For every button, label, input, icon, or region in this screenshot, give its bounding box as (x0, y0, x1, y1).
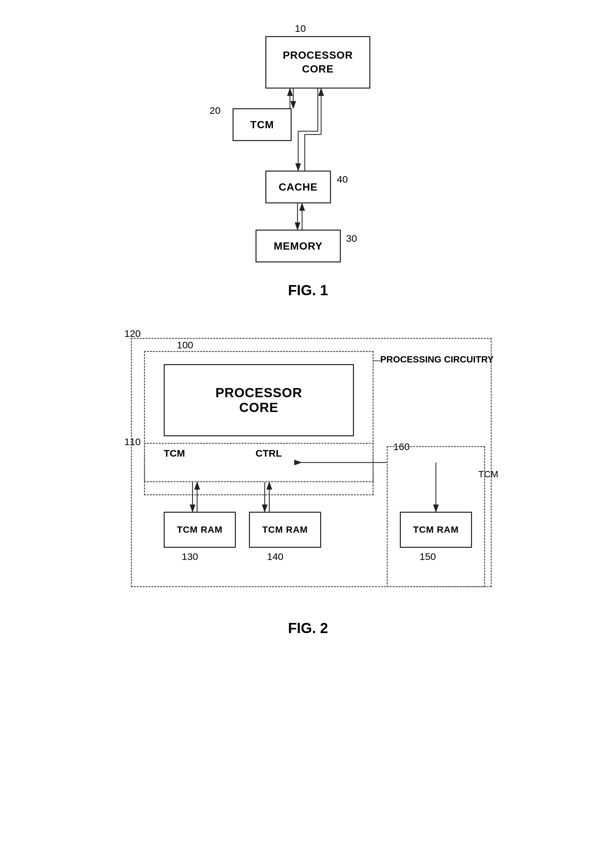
tcm-ram-140-label: TCM RAM (262, 524, 308, 535)
ref-10: 10 (295, 23, 306, 34)
ref-120: 120 (124, 328, 141, 339)
ref-100: 100 (177, 339, 193, 351)
processor-core-label-2: PROCESSORCORE (215, 385, 302, 415)
tcm-ram-150-box: TCM RAM (400, 512, 472, 548)
ctrl-label: CTRL (256, 448, 282, 459)
tcm-ram-130-box: TCM RAM (164, 512, 236, 548)
tcm-label: TCM (250, 119, 274, 131)
tcm-row-label: TCM (164, 448, 185, 459)
memory-box: MEMORY (256, 229, 341, 262)
ref-40: 40 (337, 174, 348, 185)
fig2-container: 120 TCM 100 PROCESSING CIRCUITRY PROCESS… (26, 318, 590, 636)
tcm-ram-130-label: TCM RAM (177, 524, 222, 535)
fig1-label: FIG. 1 (288, 282, 328, 298)
ref-130: 130 (182, 551, 198, 562)
tcm-ram-150-label: TCM RAM (413, 524, 459, 535)
processor-core-box-2: PROCESSORCORE (164, 364, 354, 436)
ref-30: 30 (346, 233, 357, 244)
processing-circuitry-label: PROCESSING CIRCUITRY (380, 354, 493, 365)
processor-core-label: PROCESSORCORE (283, 49, 353, 76)
fig2-label: FIG. 2 (288, 620, 328, 636)
cache-label: CACHE (279, 181, 318, 193)
processor-core-box: PROCESSORCORE (266, 36, 370, 89)
fig1-diagram: 10 PROCESSORCORE 20 TCM CACHE 40 MEMORY (177, 20, 439, 276)
page: 10 PROCESSORCORE 20 TCM CACHE 40 MEMORY (0, 0, 616, 656)
memory-label: MEMORY (274, 240, 323, 252)
cache-box: CACHE (266, 171, 331, 203)
ref-150: 150 (420, 551, 436, 562)
ref-110: 110 (124, 436, 141, 447)
fig2-diagram: 120 TCM 100 PROCESSING CIRCUITRY PROCESS… (111, 318, 505, 614)
tcm-box: TCM (233, 108, 292, 141)
tcm-ram-140-box: TCM RAM (249, 512, 321, 548)
ref-20: 20 (210, 105, 220, 116)
ref-140: 140 (267, 551, 283, 562)
fig1-container: 10 PROCESSORCORE 20 TCM CACHE 40 MEMORY (26, 20, 590, 298)
